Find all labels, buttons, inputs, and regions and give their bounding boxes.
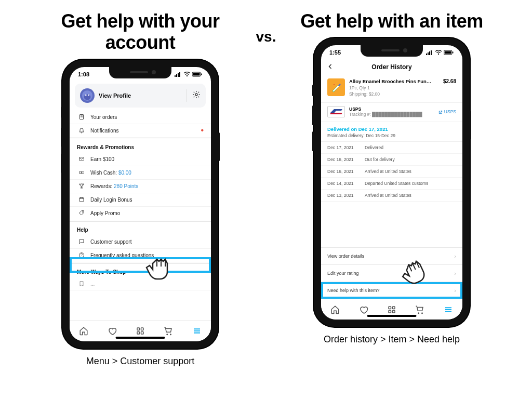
left-phone-frame: 1:08 View Profile [62, 60, 218, 349]
avatar-icon [80, 88, 95, 103]
svg-point-12 [195, 94, 197, 96]
svg-rect-2 [178, 73, 179, 77]
menu-apply-promo[interactable]: Apply Promo [70, 207, 211, 220]
svg-rect-0 [175, 75, 176, 77]
action-need-help[interactable]: Need help with this item?› [321, 282, 462, 299]
svg-rect-25 [428, 52, 429, 55]
calendar-icon [77, 196, 86, 203]
tracking-row: Dec 16, 2021Out for delivery [321, 154, 462, 166]
pointer-hand-icon [142, 253, 174, 284]
mail-icon [77, 156, 86, 162]
wifi-icon [183, 72, 191, 77]
signal-icon [426, 50, 433, 55]
carrier-info: USPS Tracking #: ████████████████ [349, 107, 434, 117]
right-phone-screen: 1:55 Order History All [321, 45, 462, 320]
tab-home[interactable] [330, 304, 340, 315]
nav-title: Order History [371, 63, 411, 71]
right-title: Get help with an item [300, 10, 483, 32]
tab-menu[interactable] [192, 326, 202, 336]
tracking-row: Dec 13, 2021Arrived at United States [321, 190, 462, 202]
tab-cart[interactable] [415, 304, 425, 315]
view-profile-label: View Profile [99, 92, 181, 99]
menu-more-item[interactable]: ... [70, 277, 211, 291]
usps-logo-icon [327, 106, 345, 117]
tab-wishlist[interactable] [358, 304, 369, 315]
svg-point-9 [84, 94, 91, 100]
left-phone-screen: 1:08 View Profile [70, 67, 211, 341]
settings-gear-icon[interactable] [192, 90, 201, 100]
menu-rewards[interactable]: Rewards: 280 Points [70, 180, 211, 193]
svg-rect-3 [179, 72, 180, 77]
delivered-on-label: Delivered on Dec 17, 2021 [327, 126, 456, 132]
menu-wish-cash[interactable]: Wish Cash: $0.00 [70, 166, 211, 180]
menu-scroll: Your orders Notifications• Rewards & Pro… [70, 111, 211, 321]
menu-label: ... [90, 281, 95, 287]
svg-point-10 [85, 94, 87, 96]
profile-card[interactable]: View Profile [75, 84, 206, 108]
menu-label: Apply Promo [90, 210, 120, 216]
carrier-row[interactable]: USPS Tracking #: ████████████████ USPS [321, 103, 462, 122]
carrier-link[interactable]: USPS [438, 109, 456, 114]
item-thumbnail [327, 78, 345, 96]
svg-rect-22 [137, 332, 140, 335]
svg-point-33 [334, 84, 335, 85]
svg-rect-37 [389, 310, 391, 313]
svg-rect-21 [141, 328, 143, 330]
phone-notch [361, 45, 423, 57]
svg-rect-6 [193, 73, 200, 75]
tab-cart[interactable] [163, 326, 174, 336]
chevron-right-icon: › [454, 253, 456, 259]
carrier-name: USPS [349, 107, 434, 112]
tab-categories[interactable] [387, 304, 397, 315]
action-view-order-details[interactable]: View order details› [321, 247, 462, 264]
menu-your-orders[interactable]: Your orders [70, 111, 211, 124]
svg-point-11 [88, 94, 89, 96]
menu-notifications[interactable]: Notifications• [70, 124, 211, 138]
svg-point-4 [187, 75, 188, 76]
status-time: 1:55 [329, 49, 341, 56]
svg-rect-23 [141, 332, 143, 335]
svg-rect-24 [426, 54, 427, 55]
tracking-label: Tracking #: [349, 112, 371, 117]
tracking-timeline: Dec 17, 2021Delivered Dec 16, 2021Out fo… [321, 142, 462, 202]
tab-categories[interactable] [135, 326, 145, 336]
menu-label: Earn $100 [90, 156, 114, 162]
svg-rect-30 [445, 51, 451, 54]
right-column: Get help with an item 1:55 Order History [283, 10, 501, 345]
tab-menu[interactable] [443, 304, 454, 315]
wifi-icon [435, 50, 442, 55]
item-price: $2.68 [443, 78, 456, 97]
nav-header: Order History [321, 60, 462, 74]
back-button[interactable] [327, 62, 334, 72]
chat-icon [77, 238, 86, 245]
tab-wishlist[interactable] [107, 326, 117, 336]
svg-point-28 [438, 54, 439, 55]
menu-label: Daily Login Bonus [90, 197, 132, 203]
svg-rect-31 [453, 52, 454, 54]
pointer-hand-icon [398, 257, 429, 288]
item-title: Alloy Enamel Brooches Pins Fun… [349, 78, 439, 85]
tracking-value: ████████████████ [372, 112, 422, 117]
svg-rect-20 [137, 328, 140, 330]
svg-point-18 [82, 212, 83, 213]
action-label: Edit your rating [327, 271, 359, 276]
phone-notch [109, 67, 171, 78]
tab-home[interactable] [78, 326, 89, 336]
svg-rect-36 [392, 307, 395, 309]
chevron-right-icon: › [454, 287, 456, 294]
svg-rect-7 [201, 73, 202, 75]
tracking-row: Dec 16, 2021Arrived at United States [321, 166, 462, 178]
action-edit-rating[interactable]: Edit your rating› [321, 264, 462, 282]
menu-label: Rewards: [90, 183, 112, 189]
menu-faq[interactable]: Frequently asked questions [70, 249, 211, 262]
menu-customer-support[interactable]: Customer support [70, 235, 211, 249]
menu-earn[interactable]: Earn $100 [70, 153, 211, 166]
order-item-card[interactable]: Alloy Enamel Brooches Pins Fun… 1Pc, Qty… [321, 74, 462, 103]
battery-icon [444, 50, 454, 55]
home-indicator [367, 315, 417, 317]
rewards-header: Rewards & Promotions [70, 140, 211, 153]
receipt-icon [77, 114, 86, 120]
svg-rect-17 [79, 198, 84, 202]
menu-daily-login[interactable]: Daily Login Bonus [70, 193, 211, 207]
svg-rect-35 [389, 307, 391, 309]
